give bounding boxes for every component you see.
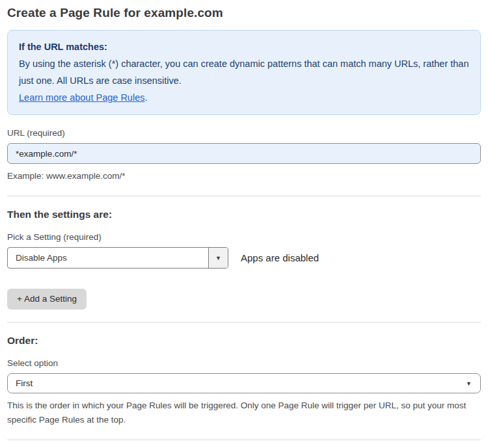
order-select-value: First	[16, 378, 33, 388]
learn-more-link[interactable]: Learn more about Page Rules	[19, 92, 144, 103]
chevron-down-icon: ▼	[466, 380, 472, 387]
info-box-body-text: By using the asterisk (*) character, you…	[19, 59, 469, 86]
info-box-heading: If the URL matches:	[19, 38, 469, 55]
link-suffix: .	[144, 92, 147, 103]
url-field-label: URL (required)	[7, 128, 481, 138]
page-title: Create a Page Rule for example.com	[7, 6, 481, 20]
order-select[interactable]: First ▼	[7, 373, 481, 393]
divider	[7, 196, 481, 196]
pick-setting-label: Pick a Setting (required)	[7, 232, 481, 242]
order-helper-text: This is the order in which your Page Rul…	[7, 399, 481, 427]
order-select-label: Select option	[7, 358, 481, 368]
url-input[interactable]	[7, 143, 481, 164]
setting-dropdown[interactable]: Disable Apps ▼	[7, 247, 228, 269]
page-rule-form: Create a Page Rule for example.com If th…	[0, 0, 488, 448]
settings-section-heading: Then the settings are:	[7, 209, 481, 220]
setting-dropdown-value: Disable Apps	[8, 248, 208, 268]
add-setting-button[interactable]: + Add a Setting	[7, 289, 87, 310]
divider	[7, 322, 481, 323]
url-match-info-box: If the URL matches: By using the asteris…	[7, 30, 481, 115]
setting-status-text: Apps are disabled	[241, 252, 319, 263]
url-example-helper: Example: www.example.com/*	[7, 169, 481, 183]
order-section-heading: Order:	[7, 335, 481, 347]
divider	[7, 440, 481, 440]
setting-picker-row: Disable Apps ▼ Apps are disabled	[7, 247, 481, 269]
chevron-down-icon: ▼	[215, 255, 221, 261]
info-box-body: By using the asterisk (*) character, you…	[19, 55, 469, 106]
setting-dropdown-button[interactable]: ▼	[208, 248, 228, 268]
